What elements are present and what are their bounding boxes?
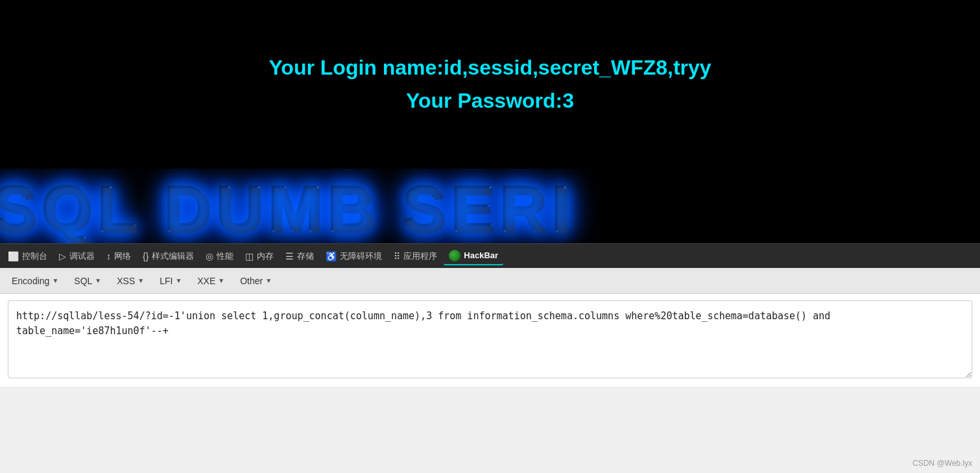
network-icon: ↕ xyxy=(106,251,111,261)
watermark: CSDN @Web.lyx xyxy=(913,459,972,468)
hackbar-icon xyxy=(449,250,460,261)
other-arrow: ▼ xyxy=(265,277,272,284)
hackbar-label: HackBar xyxy=(464,250,498,260)
devtools-performance[interactable]: ◎ 性能 xyxy=(200,248,239,265)
menu-xss[interactable]: XSS ▼ xyxy=(110,273,150,289)
hackbar-menu: Encoding ▼ SQL ▼ XSS ▼ LFI ▼ XXE ▼ Other… xyxy=(0,268,980,294)
memory-icon: ◫ xyxy=(245,251,254,261)
xxe-arrow: ▼ xyxy=(218,277,224,284)
devtools-network[interactable]: ↕ 网络 xyxy=(101,248,136,265)
menu-other[interactable]: Other ▼ xyxy=(233,273,278,289)
style-label: 样式编辑器 xyxy=(152,250,194,262)
encoding-label: Encoding xyxy=(12,276,49,286)
network-label: 网络 xyxy=(114,250,131,262)
lfi-arrow: ▼ xyxy=(175,277,182,284)
xxe-label: XXE xyxy=(197,276,215,286)
xss-label: XSS xyxy=(117,276,135,286)
menu-encoding[interactable]: Encoding ▼ xyxy=(5,273,65,289)
login-line2: Your Password:3 xyxy=(269,84,711,117)
devtools-bar: ⬜ 控制台 ▷ 调试器 ↕ 网络 {} 样式编辑器 ◎ 性能 ◫ 内存 ☰ 存储… xyxy=(0,243,980,268)
debugger-label: 调试器 xyxy=(69,250,95,262)
login-line1: Your Login name:id,sessid,secret_WFZ8,tr… xyxy=(269,51,711,84)
performance-label: 性能 xyxy=(217,250,233,262)
url-section xyxy=(0,294,980,388)
application-icon: ⠿ xyxy=(394,251,400,261)
menu-xxe[interactable]: XXE ▼ xyxy=(191,273,231,289)
application-label: 应用程序 xyxy=(403,250,437,262)
devtools-storage[interactable]: ☰ 存储 xyxy=(280,248,319,265)
console-label: 控制台 xyxy=(22,250,47,262)
accessibility-label: 无障碍环境 xyxy=(340,250,382,262)
devtools-console[interactable]: ⬜ 控制台 xyxy=(3,248,53,265)
console-icon: ⬜ xyxy=(8,251,19,261)
devtools-memory[interactable]: ◫ 内存 xyxy=(240,248,279,265)
banner-text: SQL DUMB SERI xyxy=(0,172,575,243)
encoding-arrow: ▼ xyxy=(52,277,58,284)
devtools-style-editor[interactable]: {} 样式编辑器 xyxy=(137,248,199,265)
accessibility-icon: ♿ xyxy=(326,251,337,261)
menu-lfi[interactable]: LFI ▼ xyxy=(153,273,188,289)
banner-section: SQL DUMB SERI xyxy=(0,169,980,243)
xss-arrow: ▼ xyxy=(137,277,144,284)
memory-label: 内存 xyxy=(257,250,274,262)
performance-icon: ◎ xyxy=(206,251,213,261)
sql-arrow: ▼ xyxy=(95,277,101,284)
devtools-accessibility[interactable]: ♿ 无障碍环境 xyxy=(320,248,387,265)
menu-sql[interactable]: SQL ▼ xyxy=(67,273,108,289)
storage-label: 存储 xyxy=(297,250,314,262)
lfi-label: LFI xyxy=(160,276,173,286)
devtools-debugger[interactable]: ▷ 调试器 xyxy=(54,248,100,265)
debugger-icon: ▷ xyxy=(59,251,66,261)
url-input[interactable] xyxy=(8,300,972,378)
style-icon: {} xyxy=(143,251,149,261)
devtools-hackbar[interactable]: HackBar xyxy=(444,247,503,265)
top-section: Your Login name:id,sessid,secret_WFZ8,tr… xyxy=(0,0,980,169)
sql-label: SQL xyxy=(74,276,92,286)
devtools-application[interactable]: ⠿ 应用程序 xyxy=(388,248,442,265)
other-label: Other xyxy=(240,276,263,286)
url-textarea-wrapper xyxy=(8,300,972,381)
login-info: Your Login name:id,sessid,secret_WFZ8,tr… xyxy=(269,51,711,117)
storage-icon: ☰ xyxy=(285,251,294,261)
